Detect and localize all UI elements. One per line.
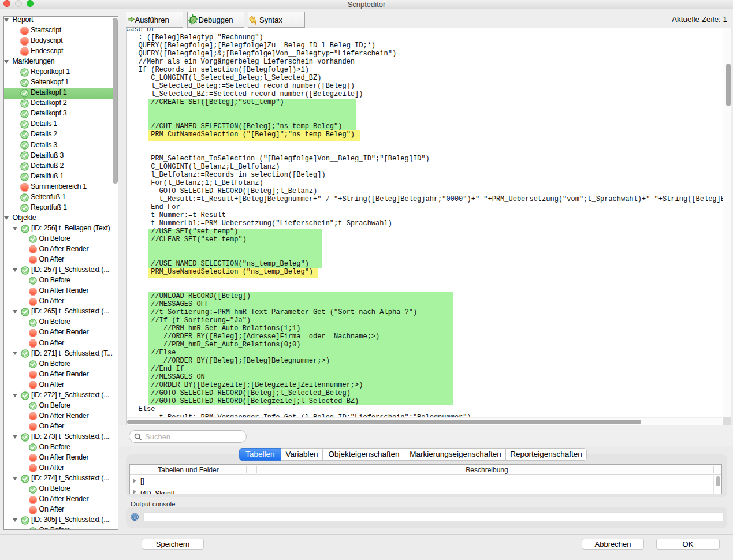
svg-text:i: i xyxy=(134,514,136,520)
